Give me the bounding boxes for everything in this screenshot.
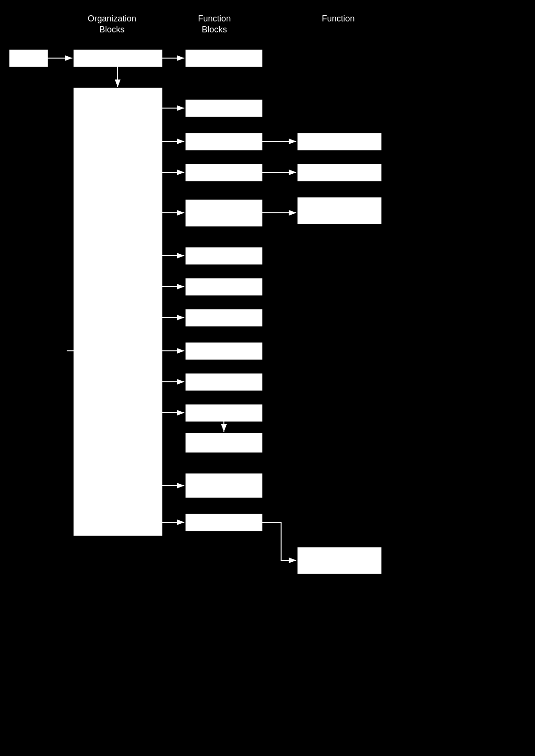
svg-rect-21 (298, 547, 381, 574)
svg-rect-5 (186, 100, 262, 117)
svg-rect-11 (186, 309, 262, 326)
svg-rect-9 (186, 248, 262, 264)
svg-rect-20 (298, 198, 381, 224)
header-fn-blocks: FunctionBlocks (176, 13, 252, 36)
svg-rect-4 (74, 88, 162, 536)
svg-rect-8 (186, 200, 262, 226)
svg-rect-17 (186, 514, 262, 531)
diagram-container: OrganizationBlocks FunctionBlocks Functi… (0, 0, 535, 756)
svg-rect-3 (186, 50, 262, 67)
svg-rect-12 (186, 343, 262, 359)
svg-rect-19 (298, 164, 381, 181)
svg-rect-18 (298, 133, 381, 150)
svg-rect-2 (74, 50, 162, 67)
svg-rect-13 (186, 374, 262, 390)
svg-rect-14 (186, 405, 262, 421)
svg-rect-15 (186, 433, 262, 452)
header-function: Function (300, 13, 376, 24)
diagram-svg (0, 0, 535, 756)
svg-rect-10 (186, 279, 262, 295)
svg-rect-1 (10, 50, 48, 67)
svg-rect-6 (186, 133, 262, 150)
svg-rect-16 (186, 474, 262, 497)
header-org-blocks: OrganizationBlocks (74, 13, 150, 36)
svg-rect-7 (186, 164, 262, 181)
